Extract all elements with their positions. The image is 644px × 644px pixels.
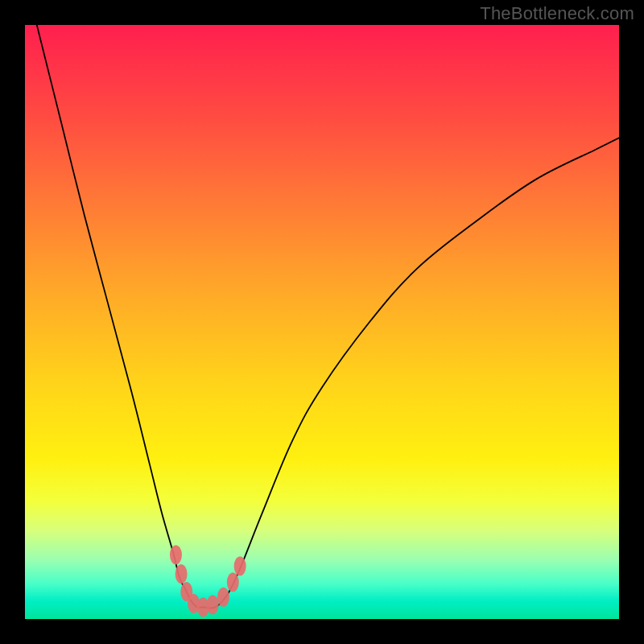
highlight-dot: [207, 595, 219, 614]
watermark-label: TheBottleneck.com: [480, 3, 634, 24]
highlight-dot: [217, 588, 229, 607]
highlight-dot: [175, 564, 188, 584]
plot-svg: [25, 25, 619, 619]
plot-area: [25, 25, 619, 619]
highlight-dot: [227, 572, 239, 592]
highlight-dot: [234, 556, 246, 576]
highlight-dot: [170, 545, 182, 564]
bottleneck-curve-left: [37, 25, 204, 608]
bottleneck-curve-right: [203, 138, 619, 608]
chart-frame: TheBottleneck.com: [0, 0, 644, 644]
highlight-dots: [170, 545, 246, 617]
